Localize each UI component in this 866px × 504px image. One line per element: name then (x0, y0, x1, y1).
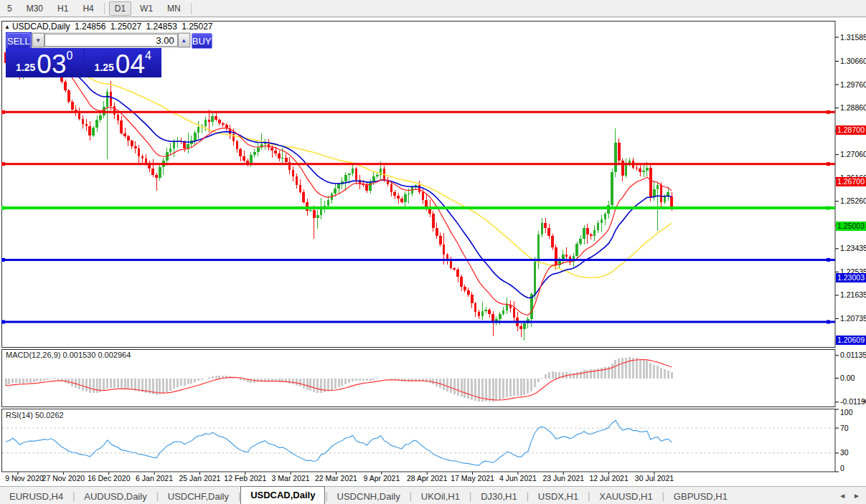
buy-price-pips: 04 (116, 54, 145, 75)
svg-text:1.25260: 1.25260 (840, 196, 866, 205)
date-axis: 9 Nov 202027 Nov 202016 Dec 20206 Jan 20… (5, 472, 674, 483)
svg-text:70: 70 (840, 424, 849, 432)
symbol-tab-usdcad[interactable]: USDCAD,Daily (240, 486, 325, 504)
buy-price-display[interactable]: 1.25 04 4 (85, 48, 162, 77)
svg-text:25 Jan 2021: 25 Jan 2021 (179, 474, 221, 482)
ohlc-close: 1.25027 (182, 22, 212, 32)
volume-decrease-button[interactable]: ▼ (32, 33, 44, 47)
svg-text:1.21635: 1.21635 (840, 290, 866, 299)
svg-text:1.31585: 1.31585 (840, 33, 866, 42)
svg-text:0.00: 0.00 (840, 374, 855, 382)
sell-price-base: 1.25 (16, 62, 35, 73)
buy-price-point: 4 (145, 49, 151, 62)
svg-text:22 Mar 2021: 22 Mar 2021 (315, 474, 357, 482)
price-tag-1.28700: 1.28700 (836, 125, 866, 135)
one-click-trade-panel: SELL ▼ ▲ BUY 1.25 03 0 1.25 04 4 (6, 32, 161, 77)
toolbar-separator (191, 3, 192, 14)
tab-scroll-left-icon[interactable]: ◄ (839, 492, 846, 500)
svg-text:4: 4 (862, 399, 865, 404)
svg-text:17 May 2021: 17 May 2021 (451, 474, 494, 482)
svg-text:1.28860: 1.28860 (840, 103, 866, 112)
line-handle[interactable] (1, 206, 5, 210)
svg-text:1.29760: 1.29760 (840, 80, 866, 89)
line-handle[interactable] (1, 110, 5, 114)
timeframe-button-h1[interactable]: H1 (52, 1, 74, 16)
price-tag-1.25003: 1.25003 (836, 222, 866, 231)
chart-symbol-icon: ▲ (4, 24, 10, 30)
timeframe-button-h4[interactable]: H4 (77, 1, 99, 16)
symbol-tab-ukoil[interactable]: UKOil,H1 (412, 489, 469, 504)
svg-text:9 Apr 2021: 9 Apr 2021 (363, 474, 400, 482)
buy-button[interactable]: BUY (192, 33, 212, 49)
symbol-tab-audusd[interactable]: AUDUSD,Daily (75, 489, 156, 504)
macd-histogram (5, 357, 673, 401)
svg-text:3 Mar 2021: 3 Mar 2021 (272, 474, 310, 482)
svg-text:30 Jul 2021: 30 Jul 2021 (635, 474, 674, 482)
timeframe-button-mn[interactable]: MN (161, 1, 187, 16)
sell-price-point: 0 (67, 49, 73, 62)
ohlc-open: 1.24856 (75, 22, 105, 32)
svg-text:12 Feb 2021: 12 Feb 2021 (224, 474, 266, 482)
timeframe-toolbar: 5M30H1H4D1W1MN (0, 0, 866, 17)
svg-text:1.27060: 1.27060 (840, 150, 866, 158)
symbol-tab-xauusd[interactable]: XAUUSD,H1 (590, 489, 662, 504)
price-tag-1.23003: 1.23003 (836, 273, 866, 282)
rsi-level-lines (2, 428, 835, 453)
line-handle[interactable] (1, 258, 5, 262)
ohlc-high: 1.25027 (110, 22, 141, 32)
candlesticks (4, 40, 673, 341)
price-axis: 1.315851.306601.297601.288601.279601.270… (835, 33, 866, 473)
symbol-tab-gbpusd[interactable]: GBPUSD,H1 (664, 489, 737, 504)
line-handle[interactable] (827, 162, 830, 166)
buy-price-base: 1.25 (95, 62, 114, 73)
rsi-indicator-label: RSI(14) 50.0262 (6, 411, 64, 419)
svg-text:6 Jan 2021: 6 Jan 2021 (136, 474, 173, 482)
tab-scroll-arrows: ◄► (839, 492, 860, 500)
tab-scroll-right-icon[interactable]: ► (853, 492, 860, 500)
svg-text:12 Jul 2021: 12 Jul 2021 (589, 474, 628, 482)
timeframe-button-d1[interactable]: D1 (109, 1, 131, 16)
line-handle[interactable] (1, 162, 5, 166)
svg-text:0: 0 (840, 464, 844, 472)
volume-spinner: ▼ ▲ (32, 32, 191, 48)
volume-input[interactable] (44, 34, 178, 47)
svg-text:28 Apr 2021: 28 Apr 2021 (407, 474, 448, 482)
symbol-tab-usdcnh[interactable]: USDCNH,Daily (328, 489, 410, 504)
svg-text:16 Dec 2020: 16 Dec 2020 (88, 474, 131, 482)
timeframe-button-5[interactable]: 5 (1, 1, 18, 16)
line-handle[interactable] (827, 320, 830, 324)
svg-text:27 Nov 2020: 27 Nov 2020 (42, 474, 85, 482)
svg-text:0.01135: 0.01135 (840, 351, 866, 359)
svg-text:23 Jun 2021: 23 Jun 2021 (542, 474, 584, 482)
price-tag-1.26700: 1.26700 (836, 177, 866, 186)
svg-text:1.23435: 1.23435 (840, 244, 866, 252)
rsi-line (6, 421, 672, 466)
line-handle[interactable] (827, 258, 830, 262)
svg-text:30: 30 (840, 448, 849, 457)
symbol-tab-bar: EURUSD,H4|AUDUSD,Daily|USDCHF,Daily|USDC… (0, 486, 866, 504)
toolbar-separator (104, 3, 105, 14)
svg-text:4 Jun 2021: 4 Jun 2021 (499, 474, 537, 482)
horizontal-level-lines (1, 110, 835, 324)
chart-title: ▲USDCAD,Daily 1.24856 1.25027 1.24853 1.… (4, 22, 215, 32)
svg-text:1.20735: 1.20735 (840, 314, 866, 323)
timeframe-button-w1[interactable]: W1 (134, 1, 159, 16)
ohlc-low: 1.24853 (146, 22, 177, 32)
chart-symbol-label: USDCAD,Daily (12, 22, 70, 32)
macd-indicator-label: MACD(12,26,9) 0.001530 0.002964 (6, 351, 131, 359)
symbol-tab-usdx[interactable]: USDX,H1 (529, 489, 588, 504)
timeframe-button-m30[interactable]: M30 (21, 1, 49, 16)
sell-price-display[interactable]: 1.25 03 0 (6, 48, 83, 77)
svg-text:9 Nov 2020: 9 Nov 2020 (5, 474, 44, 482)
line-handle[interactable] (827, 206, 830, 210)
line-handle[interactable] (1, 320, 5, 324)
line-handle[interactable] (827, 110, 830, 114)
sell-price-pips: 03 (37, 54, 66, 75)
volume-increase-button[interactable]: ▲ (178, 33, 190, 47)
symbol-tab-usdchf[interactable]: USDCHF,Daily (159, 489, 238, 504)
sell-button[interactable]: SELL (6, 33, 31, 49)
price-tag-1.20609: 1.20609 (836, 336, 866, 345)
symbol-tab-dj30[interactable]: DJ30,H1 (471, 489, 527, 504)
symbol-tab-eurusd[interactable]: EURUSD,H4 (0, 489, 72, 504)
svg-text:1.30660: 1.30660 (840, 57, 866, 65)
